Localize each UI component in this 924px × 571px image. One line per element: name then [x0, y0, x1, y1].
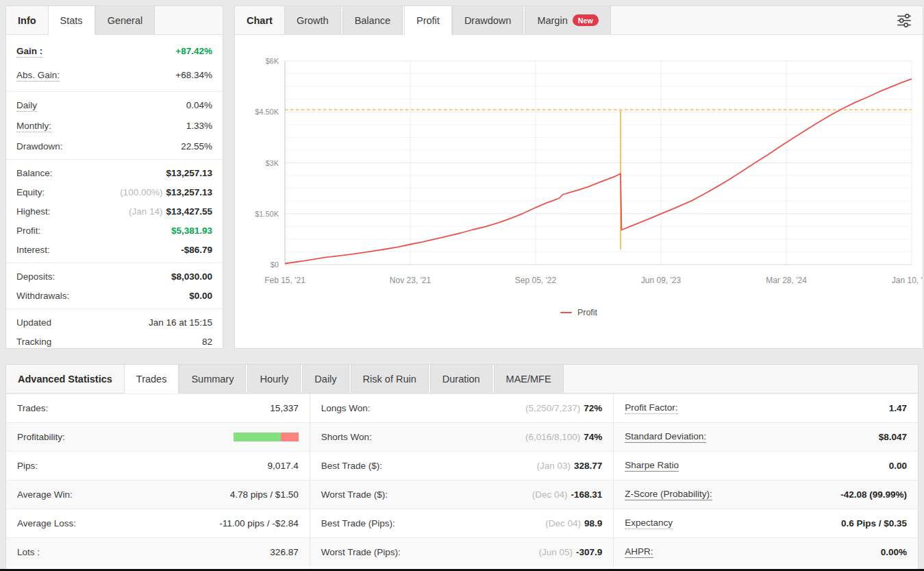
- gain-value: +87.42%: [175, 46, 212, 56]
- tracking-label: Tracking: [16, 337, 51, 347]
- trades-statistics-table: Trades: 15,337 Longs Won: (5,250/7,237)7…: [6, 393, 918, 566]
- tab-balance[interactable]: Balance: [342, 6, 403, 34]
- stat-worst-trade-pips: Worst Trade (Pips): (Jun 05)-307.9: [310, 537, 614, 566]
- equity-label: Equity:: [16, 187, 45, 197]
- abs-gain-label: Abs. Gain:: [16, 70, 60, 82]
- tab-drawdown[interactable]: Drawdown: [452, 6, 524, 34]
- profit-line-chart: $0$1.50K$3K$4.50K$6KFeb 15, '21Nov 23, '…: [235, 35, 923, 309]
- chart-panel-title: Chart: [235, 6, 284, 34]
- legend-profit-label: Profit: [577, 308, 597, 317]
- withdrawals-label: Withdrawals:: [16, 291, 69, 301]
- svg-text:$6K: $6K: [265, 57, 279, 65]
- tab-growth[interactable]: Growth: [284, 6, 341, 34]
- account-summary-tabbar: Info Stats General: [6, 6, 223, 35]
- stat-expectancy: Expectancy 0.6 Pips / $0.35: [614, 509, 918, 537]
- stat-row-abs-gain: Abs. Gain: +68.34%: [6, 64, 223, 88]
- interest-label: Interest:: [16, 245, 50, 255]
- tab-daily[interactable]: Daily: [302, 365, 349, 393]
- profitability-bar: [234, 433, 299, 441]
- tab-margin[interactable]: Margin New: [525, 6, 611, 34]
- stat-lots: Lots : 326.87: [6, 537, 310, 566]
- tab-duration[interactable]: Duration: [430, 365, 492, 393]
- drawdown-value: 22.55%: [181, 141, 212, 151]
- stat-row-interest: Interest: -$86.79: [6, 240, 223, 259]
- advanced-statistics-title: Advanced Statistics: [6, 365, 124, 393]
- stat-shorts-won: Shorts Won: (6,016/8,100)74%: [310, 422, 614, 451]
- stat-row-balance: Balance: $13,257.13: [6, 163, 223, 182]
- tab-summary[interactable]: Summary: [179, 365, 246, 393]
- withdrawals-value: $0.00: [189, 291, 212, 301]
- profit-value: $5,381.93: [171, 226, 212, 236]
- stat-row-withdrawals: Withdrawals: $0.00: [6, 286, 223, 305]
- stat-z-score: Z-Score (Probability): -42.08 (99.99%): [614, 480, 918, 509]
- balance-label: Balance:: [16, 168, 53, 178]
- tab-general[interactable]: General: [95, 6, 155, 34]
- deposits-value: $8,030.00: [171, 271, 212, 282]
- stat-row-profit: Profit: $5,381.93: [6, 221, 223, 240]
- tab-trades[interactable]: Trades: [124, 365, 179, 393]
- stat-longs-won: Longs Won: (5,250/7,237)72%: [310, 393, 614, 422]
- tab-info[interactable]: Info: [6, 6, 48, 34]
- deposits-label: Deposits:: [16, 271, 55, 282]
- gain-label: Gain :: [16, 46, 42, 58]
- chart-legend[interactable]: Profit: [235, 308, 923, 317]
- account-summary-panel: Info Stats General Gain : +87.42% Abs. G…: [5, 5, 223, 349]
- stat-row-highest: Highest: (Jan 14)$13,427.55: [6, 202, 223, 221]
- tracking-value: 82: [202, 337, 212, 347]
- tab-profit[interactable]: Profit: [404, 6, 452, 35]
- new-badge: New: [573, 14, 599, 26]
- stat-row-gain: Gain : +87.42%: [6, 40, 223, 64]
- account-stats-list: Gain : +87.42% Abs. Gain: +68.34% Daily …: [6, 35, 223, 356]
- stat-trades: Trades: 15,337: [6, 393, 310, 422]
- svg-text:$0: $0: [271, 260, 279, 269]
- chart-panel: Chart Growth Balance Profit Drawdown Mar…: [234, 5, 923, 349]
- svg-text:$4.50K: $4.50K: [255, 108, 279, 116]
- updated-label: Updated: [16, 317, 51, 328]
- svg-text:Jun 09, '23: Jun 09, '23: [641, 276, 682, 285]
- svg-text:Sep 05, '22: Sep 05, '22: [515, 276, 557, 285]
- svg-text:$1.50K: $1.50K: [255, 210, 279, 218]
- advanced-statistics-tabbar: Advanced Statistics Trades Summary Hourl…: [6, 365, 918, 393]
- drawdown-label: Drawdown:: [16, 141, 63, 151]
- stat-row-deposits: Deposits: $8,030.00: [6, 267, 223, 286]
- legend-profit-swatch: [560, 312, 572, 314]
- svg-text:Nov 23, '21: Nov 23, '21: [390, 276, 432, 285]
- stat-best-trade-usd: Best Trade ($): (Jan 03)328.77: [310, 451, 614, 480]
- stat-average-loss: Average Loss: -11.00 pips / -$2.84: [6, 509, 310, 537]
- stat-row-updated: Updated Jan 16 at 15:15: [6, 313, 223, 332]
- highest-value: (Jan 14)$13,427.55: [129, 206, 212, 217]
- stat-row-daily: Daily 0.04%: [6, 95, 223, 116]
- svg-text:Mar 28, '24: Mar 28, '24: [766, 276, 807, 285]
- profitability-bar-green: [234, 433, 281, 441]
- tab-risk-of-ruin[interactable]: Risk of Ruin: [351, 365, 429, 393]
- tab-margin-label: Margin: [537, 15, 567, 26]
- profit-chart: $0$1.50K$3K$4.50K$6KFeb 15, '21Nov 23, '…: [235, 35, 923, 348]
- tab-hourly[interactable]: Hourly: [247, 365, 301, 393]
- stat-profit-factor: Profit Factor: 1.47: [614, 393, 918, 422]
- equity-value: (100.00%)$13,257.13: [120, 187, 212, 197]
- tab-mae-mfe[interactable]: MAE/MFE: [494, 365, 564, 393]
- chart-tabbar: Chart Growth Balance Profit Drawdown Mar…: [235, 6, 923, 35]
- updated-value: Jan 16 at 15:15: [149, 317, 212, 328]
- svg-text:$3K: $3K: [265, 159, 279, 167]
- stat-ahpr: AHPR: 0.00%: [614, 537, 918, 566]
- daily-value: 0.04%: [186, 100, 212, 110]
- stat-worst-trade-usd: Worst Trade ($): (Dec 04)-168.31: [310, 480, 614, 509]
- highest-label: Highest:: [16, 206, 51, 217]
- stat-standard-deviation: Standard Deviation: $8.047: [614, 422, 918, 451]
- stat-average-win: Average Win: 4.78 pips / $1.50: [6, 480, 310, 509]
- svg-text:Jan 10, '25: Jan 10, '25: [892, 276, 923, 285]
- stat-best-trade-pips: Best Trade (Pips): (Dec 04)98.9: [310, 509, 614, 537]
- stat-row-drawdown: Drawdown: 22.55%: [6, 136, 223, 156]
- stat-row-tracking: Tracking 82: [6, 332, 223, 351]
- advanced-statistics-panel: Advanced Statistics Trades Summary Hourl…: [5, 364, 919, 571]
- interest-value: -$86.79: [181, 245, 212, 255]
- tab-stats[interactable]: Stats: [48, 6, 95, 35]
- profitability-bar-red: [281, 433, 299, 441]
- balance-value: $13,257.13: [166, 168, 212, 178]
- stat-row-monthly: Monthly: 1.33%: [6, 116, 223, 136]
- chart-settings-button[interactable]: [895, 6, 913, 34]
- sliders-icon: [895, 12, 913, 29]
- stat-profitability: Profitability:: [6, 422, 310, 451]
- stat-row-equity: Equity: (100.00%)$13,257.13: [6, 182, 223, 202]
